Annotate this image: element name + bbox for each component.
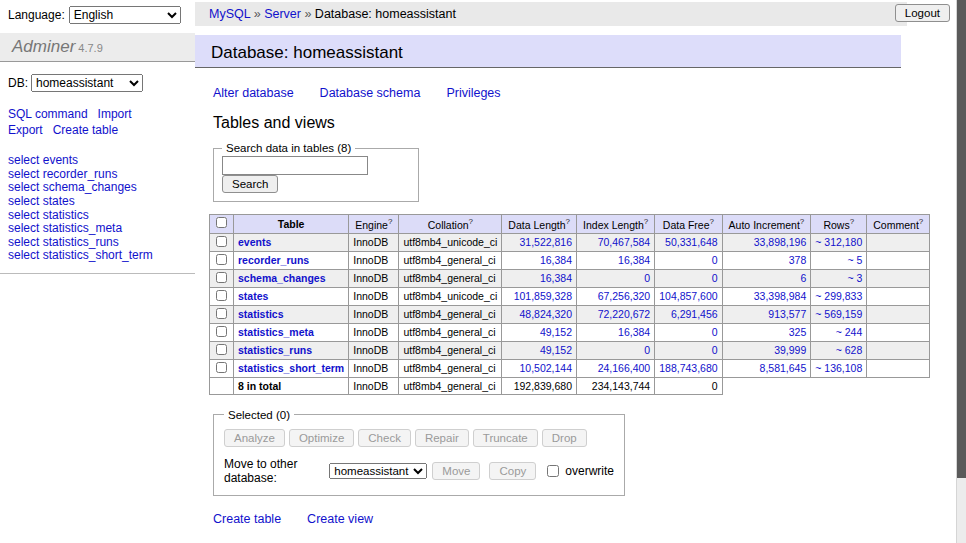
sidebar-table-link-recorder-runs[interactable]: recorder_runs xyxy=(43,167,118,181)
index-length-link[interactable]: 0 xyxy=(644,344,650,356)
row-checkbox[interactable] xyxy=(216,344,227,355)
table-name-link[interactable]: recorder_runs xyxy=(238,254,309,266)
index-length-link[interactable]: 24,166,400 xyxy=(598,362,651,374)
logout-button[interactable]: Logout xyxy=(895,4,950,22)
data-length-link[interactable]: 31,522,816 xyxy=(519,236,572,248)
data-free-link[interactable]: 0 xyxy=(712,254,718,266)
select-all-checkbox[interactable] xyxy=(216,217,227,228)
overwrite-checkbox[interactable] xyxy=(547,465,559,477)
index-length-link[interactable]: 16,384 xyxy=(618,254,650,266)
sidebar-select-link[interactable]: select xyxy=(8,235,39,249)
data-length-link[interactable]: 101,859,328 xyxy=(514,290,572,302)
data-free-link[interactable]: 0 xyxy=(712,344,718,356)
table-name-link[interactable]: states xyxy=(238,290,268,302)
sidebar-table-link-schema-changes[interactable]: schema_changes xyxy=(43,180,137,194)
index-length-link[interactable]: 16,384 xyxy=(618,326,650,338)
auto-increment-link[interactable]: 913,577 xyxy=(768,308,806,320)
sidebar-table-link-statistics-short-term[interactable]: statistics_short_term xyxy=(43,248,153,262)
help-link[interactable]: ? xyxy=(919,217,923,226)
search-input[interactable] xyxy=(222,156,368,175)
rows-link[interactable]: ~ 5 xyxy=(847,254,862,266)
data-length-link[interactable]: 49,152 xyxy=(540,344,572,356)
sidebar-link-sql-command[interactable]: SQL command xyxy=(8,107,88,121)
sidebar-table-link-states[interactable]: states xyxy=(43,194,75,208)
help-link[interactable]: ? xyxy=(469,217,473,226)
table-name-link[interactable]: statistics xyxy=(238,308,284,320)
auto-increment-link[interactable]: 33,898,196 xyxy=(754,236,807,248)
auto-increment-link[interactable]: 8,581,645 xyxy=(760,362,807,374)
row-checkbox[interactable] xyxy=(216,362,227,373)
data-free-link[interactable]: 6,291,456 xyxy=(671,308,718,320)
help-link[interactable]: ? xyxy=(644,217,648,226)
help-link[interactable]: ? xyxy=(800,217,804,226)
sidebar-select-link[interactable]: select xyxy=(8,153,39,167)
scrollbar-thumb[interactable] xyxy=(957,0,966,478)
index-length-link[interactable]: 72,220,672 xyxy=(598,308,651,320)
db-select[interactable]: homeassistant xyxy=(31,74,143,92)
row-checkbox[interactable] xyxy=(216,326,227,337)
auto-increment-link[interactable]: 378 xyxy=(789,254,807,266)
sidebar-select-link[interactable]: select xyxy=(8,180,39,194)
row-checkbox[interactable] xyxy=(216,272,227,283)
link-database-schema[interactable]: Database schema xyxy=(320,86,421,100)
sidebar-table-link-events[interactable]: events xyxy=(43,153,78,167)
data-free-link[interactable]: 188,743,680 xyxy=(659,362,717,374)
move-db-select[interactable]: homeassistant xyxy=(329,463,427,479)
data-length-link[interactable]: 48,824,320 xyxy=(519,308,572,320)
data-length-link[interactable]: 16,384 xyxy=(540,272,572,284)
auto-increment-link[interactable]: 6 xyxy=(800,272,806,284)
row-checkbox[interactable] xyxy=(216,254,227,265)
row-checkbox[interactable] xyxy=(216,308,227,319)
sidebar-table-link-statistics[interactable]: statistics xyxy=(43,208,89,222)
data-free-link[interactable]: 0 xyxy=(712,272,718,284)
rows-link[interactable]: ~ 628 xyxy=(836,344,863,356)
help-link[interactable]: ? xyxy=(850,217,854,226)
link-create-view[interactable]: Create view xyxy=(307,512,373,526)
sidebar-select-link[interactable]: select xyxy=(8,208,39,222)
index-length-link[interactable]: 0 xyxy=(644,272,650,284)
data-length-link[interactable]: 16,384 xyxy=(540,254,572,266)
help-link[interactable]: ? xyxy=(566,217,570,226)
index-length-link[interactable]: 70,467,584 xyxy=(598,236,651,248)
table-name-link[interactable]: statistics_short_term xyxy=(238,362,344,374)
table-name-link[interactable]: events xyxy=(238,236,271,248)
sidebar-link-create-table[interactable]: Create table xyxy=(53,123,118,137)
row-checkbox[interactable] xyxy=(216,236,227,247)
link-create-table[interactable]: Create table xyxy=(213,512,281,526)
search-button[interactable]: Search xyxy=(222,175,278,193)
rows-link[interactable]: ~ 312,180 xyxy=(815,236,862,248)
data-free-link[interactable]: 0 xyxy=(712,326,718,338)
data-free-link[interactable]: 104,857,600 xyxy=(659,290,717,302)
link-alter-database[interactable]: Alter database xyxy=(213,86,294,100)
rows-link[interactable]: ~ 136,108 xyxy=(815,362,862,374)
sidebar-select-link[interactable]: select xyxy=(8,221,39,235)
auto-increment-link[interactable]: 33,398,984 xyxy=(754,290,807,302)
sidebar-select-link[interactable]: select xyxy=(8,194,39,208)
table-name-link[interactable]: schema_changes xyxy=(238,272,326,284)
language-select[interactable]: English xyxy=(69,6,181,24)
index-length-link[interactable]: 67,256,320 xyxy=(598,290,651,302)
table-name-link[interactable]: statistics_meta xyxy=(238,326,314,338)
rows-link[interactable]: ~ 244 xyxy=(836,326,863,338)
help-link[interactable]: ? xyxy=(710,217,714,226)
sidebar-link-export[interactable]: Export xyxy=(8,123,43,137)
rows-link[interactable]: ~ 569,159 xyxy=(815,308,862,320)
data-length-link[interactable]: 10,502,144 xyxy=(519,362,572,374)
sidebar-table-link-statistics-runs[interactable]: statistics_runs xyxy=(43,235,119,249)
data-length-link[interactable]: 49,152 xyxy=(540,326,572,338)
auto-increment-link[interactable]: 325 xyxy=(789,326,807,338)
breadcrumb-item-server[interactable]: Server xyxy=(264,7,301,21)
auto-increment-link[interactable]: 39,999 xyxy=(774,344,806,356)
help-link[interactable]: ? xyxy=(388,217,392,226)
table-name-link[interactable]: statistics_runs xyxy=(238,344,312,356)
scrollbar[interactable] xyxy=(956,0,966,543)
sidebar-table-link-statistics-meta[interactable]: statistics_meta xyxy=(43,221,122,235)
row-checkbox[interactable] xyxy=(216,290,227,301)
rows-link[interactable]: ~ 299,833 xyxy=(815,290,862,302)
app-logo[interactable]: Adminer xyxy=(12,37,75,56)
sidebar-link-import[interactable]: Import xyxy=(98,107,132,121)
sidebar-select-link[interactable]: select xyxy=(8,167,39,181)
data-free-link[interactable]: 50,331,648 xyxy=(665,236,718,248)
sidebar-select-link[interactable]: select xyxy=(8,248,39,262)
link-privileges[interactable]: Privileges xyxy=(446,86,500,100)
